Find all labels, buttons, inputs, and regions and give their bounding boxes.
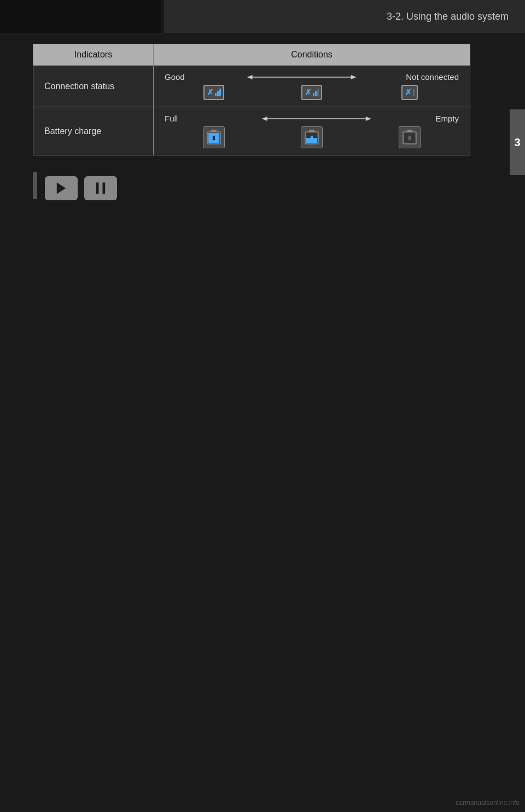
svg-rect-20 [96, 183, 99, 194]
bt-none-icon-slot: ✗ [361, 85, 459, 100]
bt-symbol-none: ✗ [405, 88, 412, 97]
battery-half-icon-slot: ▮ [262, 126, 360, 148]
connection-notconn-label: Not connected [406, 72, 459, 82]
indicators-table: Indicators Conditions Connection status … [33, 44, 470, 155]
s-bar-m1 [313, 93, 314, 96]
section-bar [33, 172, 37, 199]
battery-label-row: Full Empty [165, 114, 459, 123]
main-content: Indicators Conditions Connection status … [33, 44, 498, 200]
svg-marker-2 [351, 75, 357, 79]
bt-mid-icon-slot: ✗ [262, 85, 360, 100]
connection-icons-row: ✗ [165, 85, 459, 100]
s-bar-1 [215, 93, 217, 96]
bt-symbol-mid: ✗ [305, 88, 312, 97]
play-icon [54, 181, 69, 196]
watermark: carmanualsonline.info [456, 799, 520, 807]
bt-mid-icon: ✗ [301, 85, 322, 100]
playback-icons-group [45, 176, 117, 200]
table-row-connection: Connection status Good [33, 66, 470, 107]
connection-arrow [203, 73, 400, 82]
battery-conditions-cell: Full Empty [154, 107, 470, 155]
battery-full-icon: ▮ [203, 126, 225, 148]
header-bar: 3-2. Using the audio system [164, 0, 525, 33]
bt-symbol-full: ✗ [207, 88, 214, 97]
s-bar-n1 [413, 89, 415, 96]
battery-cond-section: Full Empty [165, 114, 459, 148]
signal-bars-full [215, 89, 221, 96]
signal-bars-mid [313, 89, 319, 96]
chapter-tab: 3 [510, 109, 525, 175]
col-indicators-header: Indicators [33, 44, 154, 66]
bt-full-icon: ✗ [203, 85, 224, 100]
bt-none-icon: ✗ [401, 85, 418, 100]
battery-charge-label: Battery charge [33, 107, 154, 155]
col-conditions-header: Conditions [154, 44, 470, 66]
section-block [33, 172, 498, 200]
s-bar-m3 [317, 89, 319, 96]
svg-marker-5 [366, 117, 371, 121]
signal-bars-none [413, 89, 415, 96]
s-bar-2 [217, 91, 219, 96]
battery-icons-row: ▮ [165, 126, 459, 148]
connection-label-row: Good Not connected [165, 72, 459, 82]
svg-text:▮: ▮ [310, 135, 313, 141]
s-bar-m2 [315, 91, 317, 96]
connection-good-label: Good [165, 72, 197, 82]
battery-full-icon-slot: ▮ [165, 126, 262, 148]
playback-section [45, 172, 117, 200]
play-button[interactable] [45, 176, 78, 200]
page-title: 3-2. Using the audio system [387, 11, 509, 22]
battery-half-icon: ▮ [301, 126, 323, 148]
left-sidebar-header [0, 0, 161, 33]
svg-marker-4 [262, 117, 267, 121]
connection-conditions-cell: Good Not connected [154, 66, 470, 107]
connection-status-label: Connection status [33, 66, 154, 107]
battery-empty-icon-slot: ▮ [361, 126, 459, 148]
bt-full-icon-slot: ✗ [165, 85, 262, 100]
battery-arrow [203, 114, 430, 123]
battery-full-label: Full [165, 114, 197, 123]
battery-empty-label: Empty [435, 114, 459, 123]
battery-empty-icon: ▮ [399, 126, 421, 148]
svg-text:▮: ▮ [408, 135, 411, 141]
pause-button[interactable] [84, 176, 117, 200]
svg-marker-19 [57, 183, 66, 194]
s-bar-3 [219, 89, 221, 96]
svg-text:▮: ▮ [212, 135, 215, 141]
svg-rect-21 [103, 183, 106, 194]
svg-marker-1 [247, 75, 253, 79]
table-row-battery: Battery charge Full [33, 107, 470, 155]
connection-cond-section: Good Not connected [165, 72, 459, 100]
pause-icon [93, 181, 108, 196]
chapter-number: 3 [514, 136, 520, 149]
